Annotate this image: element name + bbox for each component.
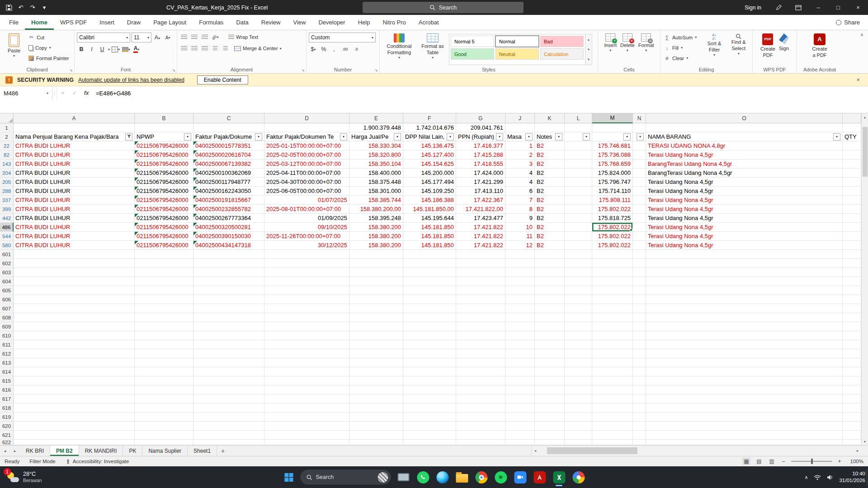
- cell-G618[interactable]: [456, 404, 505, 413]
- cell-O619[interactable]: [646, 413, 843, 422]
- header-cell-J[interactable]: Masa▾: [505, 132, 535, 141]
- cell-O613[interactable]: [646, 358, 843, 367]
- cell-F620[interactable]: [403, 422, 456, 431]
- cell-O618[interactable]: [646, 404, 843, 413]
- sheet-nav-right-icon[interactable]: ▸: [10, 446, 20, 456]
- cell-G399[interactable]: 17.421.822,00: [456, 205, 505, 214]
- cell-A618[interactable]: [14, 404, 135, 413]
- cell-L399[interactable]: [565, 205, 592, 214]
- cell-B619[interactable]: [135, 413, 193, 422]
- cell-M143[interactable]: 175.768.659: [592, 160, 633, 169]
- cell-C621[interactable]: [193, 431, 264, 440]
- sheet-tab-sheet1[interactable]: Sheet1: [188, 446, 217, 456]
- cell-P619[interactable]: [843, 413, 861, 422]
- cell-L602[interactable]: [565, 259, 592, 268]
- cell-D603[interactable]: [264, 268, 349, 277]
- cell-M612[interactable]: [592, 349, 633, 358]
- cell-M618[interactable]: [592, 404, 633, 413]
- excel-taskbar-icon[interactable]: [551, 467, 568, 487]
- cell-B604[interactable]: [135, 277, 193, 286]
- row-header-399[interactable]: 399: [0, 205, 14, 214]
- row-header-622[interactable]: 622: [0, 440, 14, 445]
- column-header-P[interactable]: [843, 113, 861, 123]
- cell-K1[interactable]: [535, 123, 565, 132]
- accessibility-status[interactable]: Accessibility: Investigate: [66, 459, 129, 464]
- cell-B618[interactable]: [135, 404, 193, 413]
- cell-D613[interactable]: [264, 358, 349, 367]
- cell-A486[interactable]: CITRA BUDI LUHUR: [14, 223, 135, 232]
- cell-A82[interactable]: CITRA BUDI LUHUR: [14, 150, 135, 160]
- redo-icon[interactable]: ↷: [27, 2, 38, 13]
- cell-C617[interactable]: [193, 394, 264, 404]
- cell-P604[interactable]: [843, 277, 861, 286]
- cell-N288[interactable]: [633, 187, 646, 196]
- cell-L605[interactable]: [565, 286, 592, 295]
- header-cell-E[interactable]: Harga Jual/Pe▾: [349, 132, 403, 141]
- cell-N22[interactable]: [633, 141, 646, 150]
- warning-close-icon[interactable]: ×: [854, 76, 863, 83]
- cell-F606[interactable]: [403, 295, 456, 304]
- cell-P205[interactable]: [843, 178, 861, 187]
- cell-K580[interactable]: B2: [535, 241, 565, 250]
- cell-P580[interactable]: [843, 241, 861, 250]
- cell-L612[interactable]: [565, 349, 592, 358]
- cell-G604[interactable]: [456, 277, 505, 286]
- cell-G608[interactable]: [456, 313, 505, 322]
- cell-A442[interactable]: CITRA BUDI LUHUR: [14, 214, 135, 223]
- cell-M1[interactable]: [592, 123, 633, 132]
- header-cell-C[interactable]: Faktur Pajak/Dokume▾: [193, 132, 264, 141]
- cell-O607[interactable]: [646, 304, 843, 313]
- cell-G205[interactable]: 17.421.299: [456, 178, 505, 187]
- cell-O615[interactable]: [646, 376, 843, 385]
- cell-C399[interactable]: 04002500232855782: [193, 205, 264, 214]
- cell-B614[interactable]: [135, 367, 193, 376]
- ribbon-tab-review[interactable]: Review: [255, 15, 287, 30]
- format-cells-button[interactable]: ≡ Format ▾: [638, 33, 654, 65]
- zoom-slider-thumb[interactable]: [811, 459, 813, 464]
- cell-L204[interactable]: [565, 169, 592, 178]
- cell-D610[interactable]: [264, 331, 349, 340]
- ribbon-tab-acrobat[interactable]: Acrobat: [412, 15, 445, 30]
- cell-M609[interactable]: [592, 322, 633, 331]
- cell-M204[interactable]: 175.824.000: [592, 169, 633, 178]
- cell-C288[interactable]: 04002500162243050: [193, 187, 264, 196]
- cell-B337[interactable]: 0211506795426000: [135, 196, 193, 205]
- cell-N612[interactable]: [633, 349, 646, 358]
- cell-B143[interactable]: 0211506795426000: [135, 160, 193, 169]
- shrink-font-button[interactable]: A▾: [163, 33, 172, 42]
- cell-K614[interactable]: [535, 367, 565, 376]
- sheet-nav-left-icon[interactable]: ◂: [0, 446, 10, 456]
- row-header-544[interactable]: 544: [0, 232, 14, 241]
- vertical-scroll-thumb[interactable]: [863, 127, 868, 177]
- row-header-614[interactable]: 614: [0, 367, 14, 376]
- cell-J610[interactable]: [505, 331, 535, 340]
- cell-G288[interactable]: 17.413.110: [456, 187, 505, 196]
- chrome-taskbar-icon[interactable]: [473, 467, 490, 487]
- cell-L620[interactable]: [565, 422, 592, 431]
- cell-J613[interactable]: [505, 358, 535, 367]
- cell-D615[interactable]: [264, 376, 349, 385]
- whatsapp-taskbar-icon[interactable]: [415, 467, 432, 487]
- cell-G620[interactable]: [456, 422, 505, 431]
- folder-taskbar-icon[interactable]: [453, 467, 471, 487]
- cell-G605[interactable]: [456, 286, 505, 295]
- borders-button[interactable]: ▾: [111, 45, 120, 54]
- horizontal-scroll-thumb[interactable]: [547, 447, 637, 454]
- sheet-tab-pk[interactable]: PK: [123, 446, 142, 456]
- acrobat-taskbar-icon[interactable]: [531, 467, 548, 487]
- cell-C614[interactable]: [193, 367, 264, 376]
- cell-F22[interactable]: 145.136.475: [403, 141, 456, 150]
- cell-C608[interactable]: [193, 313, 264, 322]
- cell-O608[interactable]: [646, 313, 843, 322]
- zoom-level[interactable]: 100%: [847, 459, 863, 464]
- cell-M602[interactable]: [592, 259, 633, 268]
- cell-D442[interactable]: 01/09/2025: [264, 214, 349, 223]
- cell-J603[interactable]: [505, 268, 535, 277]
- cell-E544[interactable]: 158.380.200: [349, 232, 403, 241]
- fill-color-button[interactable]: ▾: [122, 45, 131, 54]
- cell-J486[interactable]: 10: [505, 223, 535, 232]
- ribbon-tab-help[interactable]: Help: [352, 15, 377, 30]
- cell-F607[interactable]: [403, 304, 456, 313]
- clear-button[interactable]: ⌀Clear▾: [663, 53, 702, 63]
- find-select-button[interactable]: Find & Select ▾: [727, 33, 750, 65]
